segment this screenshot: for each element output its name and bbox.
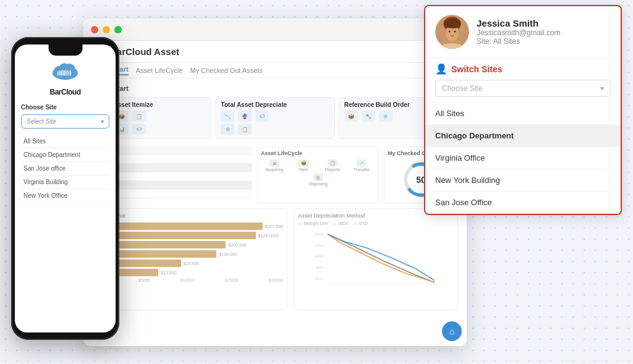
maximize-button[interactable] — [114, 26, 122, 33]
bar-fill-5 — [117, 260, 181, 267]
phone-logo: BarCloud — [21, 59, 109, 96]
bar-fill-1 — [114, 222, 263, 230]
switch-sites-label: Switch Sites — [451, 64, 502, 74]
switch-sites-section: 👤 Switch Sites Choose Site ▾ — [425, 57, 621, 102]
depreciation-chart: Asset Depreciation Method — Straight Lin… — [294, 208, 458, 310]
qs-icon-ref1: 📦 — [344, 111, 358, 122]
phone-list-item-newyork[interactable]: New York Office — [21, 189, 109, 203]
site-item-newyork-building[interactable]: New York Building — [425, 169, 621, 192]
svg-rect-17 — [62, 70, 63, 75]
qs-icon-depr3: 🏷 — [255, 111, 269, 122]
legend-wdv: — WDV — [333, 221, 348, 226]
qs-card-2-header: Total Asset Depreciate — [221, 101, 329, 108]
window-titlebar — [83, 19, 467, 41]
site-item-chicago[interactable]: Chicago Department — [425, 125, 621, 147]
bar-fill-4 — [117, 250, 216, 258]
phone-list-item-virginia[interactable]: Virginia Building — [21, 176, 109, 189]
bar-fill-6 — [117, 269, 158, 276]
asset-lifecycle-title: Asset LifeCycle — [261, 150, 375, 156]
desktop-window: BarCloud Asset Quick Start Asset LifeCyc… — [83, 19, 467, 346]
chevron-down-icon: ▾ — [101, 118, 104, 125]
phone-screen: BarCloud Choose Site Select Site ▾ All S… — [15, 44, 116, 332]
phone-notch — [48, 44, 82, 56]
switch-sites-title: 👤 Switch Sites — [435, 63, 611, 75]
user-site: Site: All Sites — [477, 37, 561, 46]
bar-value-1: $207,000 — [265, 224, 283, 229]
barcloud-text: BarCloud — [21, 88, 109, 96]
bar-fill-3 — [117, 241, 226, 248]
qs-card-2-icons: 📉 🔮 🏷 — [221, 111, 329, 122]
svg-point-26 — [449, 31, 451, 33]
phone-choose-label: Choose Site — [21, 104, 109, 111]
user-name: Jessica Smith — [477, 18, 561, 28]
lifecycle-disposing: 🗑Disposing — [261, 174, 375, 186]
bar-chart-bars: $0 $207,000 $129,0000 $100,000 — [96, 222, 283, 276]
svg-rect-22 — [70, 70, 71, 75]
user-panel: Jessica Smith Jessicasmith@gmail.com Sit… — [424, 5, 622, 215]
person-icon: 👤 — [435, 63, 448, 75]
bar-fill-2 — [117, 232, 256, 239]
bar-value-3: $100,000 — [228, 243, 246, 247]
user-avatar — [435, 15, 469, 49]
svg-point-27 — [454, 31, 456, 33]
bar-value-5: $25,500 — [184, 261, 199, 266]
close-button[interactable] — [91, 26, 98, 33]
phone-select-dropdown[interactable]: Select Site ▾ — [21, 114, 109, 129]
site-item-sanjose[interactable]: San Jose Office — [425, 192, 621, 214]
qs-icon-label: 🏷 — [132, 124, 146, 135]
barcloud-logo-icon — [48, 59, 82, 83]
site-item-virginia[interactable]: Virginia Office — [425, 147, 621, 169]
chevron-down-icon-panel: ▾ — [600, 84, 604, 93]
qs-icon-ref2: 🔧 — [362, 111, 375, 122]
quick-start-title: Quick Start — [92, 85, 458, 92]
user-info: Jessica Smith Jessicasmith@gmail.com Sit… — [477, 18, 561, 46]
bar-value-2: $129,0000 — [258, 234, 279, 238]
svg-text:5000: 5000 — [315, 243, 324, 247]
bar-row-3: $100,000 — [96, 241, 283, 248]
qs-icon-depr4: ⚙ — [221, 124, 234, 135]
window-nav: Quick Start Asset LifeCycle My Checked O… — [83, 63, 467, 78]
nav-checkedout[interactable]: My Checked Out Assets — [190, 67, 263, 74]
chart-legend: — Straight Line — WDV — SYD — [298, 221, 454, 226]
nav-lifecycle[interactable]: Asset LifeCycle — [136, 67, 183, 74]
line-chart-svg: 6000 5000 4000 3000 2000 — [298, 228, 454, 290]
qs-card-2: Total Asset Depreciate 📉 🔮 🏷 ⚙ 📋 — [215, 97, 334, 139]
bar-row-2: $129,0000 — [96, 232, 283, 239]
phone-shell: BarCloud Choose Site Select Site ▾ All S… — [11, 37, 119, 340]
bar-row-5: $25,500 — [96, 260, 283, 267]
minimize-button[interactable] — [103, 26, 110, 33]
legend-syd: — SYD — [354, 221, 368, 226]
svg-rect-16 — [61, 71, 62, 76]
svg-text:6000: 6000 — [315, 232, 324, 236]
bar-value-4: $136,000 — [219, 252, 237, 256]
bar-row-6: $13,500 — [96, 269, 283, 276]
phone-list-item-allsites[interactable]: All Sites — [21, 135, 109, 148]
lifecycle-transfer: ↗Transfer — [348, 159, 375, 172]
svg-rect-19 — [66, 70, 66, 75]
site-list: All Sites Chicago Department Virginia Of… — [425, 102, 621, 214]
qs-icon-report: 📋 — [132, 111, 146, 122]
phone-list-item-sanjose[interactable]: San Jose office — [21, 162, 109, 176]
bar-chart-section: Asset Value $0 $207,000 $129,0000 — [92, 208, 287, 310]
choose-site-select[interactable]: Choose Site ▾ — [435, 80, 611, 97]
lifecycle-acquiring: 🖥Acquiring — [261, 159, 288, 172]
qs-icon-ref3: ⚙ — [379, 111, 393, 122]
window-header: BarCloud Asset — [83, 41, 467, 63]
bar-chart-axis: $0000$5000$10000$15000$20000 — [96, 278, 283, 282]
svg-text:2000: 2000 — [315, 277, 324, 281]
phone-list-item-chicago[interactable]: Chicago Department — [21, 148, 109, 162]
svg-text:3000: 3000 — [315, 266, 324, 269]
svg-rect-18 — [64, 70, 65, 75]
lifecycle-reports: 📋Reports — [319, 159, 346, 172]
bar-row-1: $0 $207,000 — [96, 222, 283, 230]
qs-icon-depr5: 📋 — [238, 124, 252, 135]
svg-rect-20 — [67, 70, 67, 75]
qs-icon-depr1: 📉 — [221, 111, 234, 122]
bottom-charts: Asset Value $0 $207,000 $129,0000 — [92, 208, 458, 310]
site-item-allsites[interactable]: All Sites — [425, 103, 621, 125]
app-title: BarCloud Asset — [110, 46, 179, 57]
bar-chart-title: Asset Value — [96, 213, 283, 219]
svg-rect-15 — [59, 70, 60, 75]
avatar-image — [435, 15, 469, 49]
qs-card-2-row2: ⚙ 📋 — [221, 124, 329, 135]
